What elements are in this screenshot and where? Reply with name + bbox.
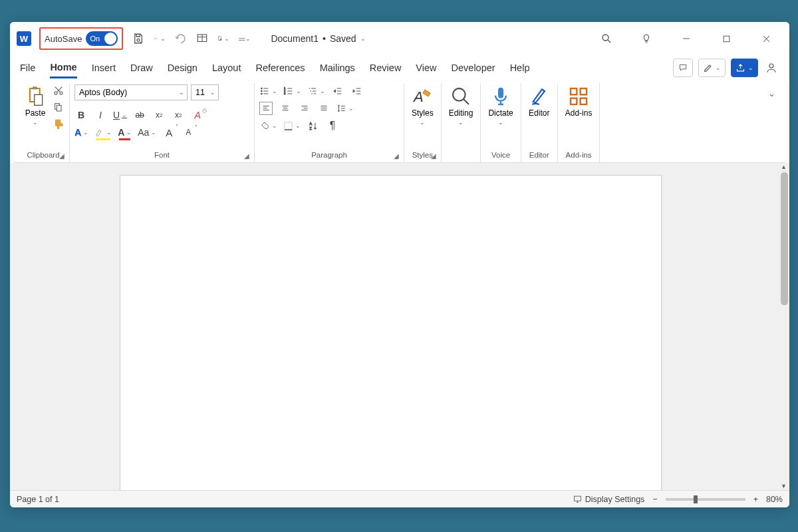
tab-insert[interactable]: Insert [92,59,116,77]
clipboard-dialog-launcher[interactable]: ◢ [59,152,65,160]
justify-button[interactable] [317,102,331,115]
format-painter-icon[interactable] [53,118,65,130]
scrollbar-thumb[interactable] [781,172,788,305]
qat-customize-icon[interactable]: ═⌄ [239,33,251,45]
shading-button[interactable]: ⌄ [259,119,277,132]
svg-rect-19 [285,122,292,129]
font-family-select[interactable]: Aptos (Body)⌄ [74,84,188,100]
page-count[interactable]: Page 1 of 1 [17,495,59,504]
show-marks-button[interactable]: ¶ [326,119,339,132]
tab-layout[interactable]: Layout [212,59,241,77]
underline-button[interactable]: U⌄ [113,108,127,122]
highlight-button[interactable]: ⌄ [94,126,112,139]
tab-developer[interactable]: Developer [452,59,495,77]
strikethrough-button[interactable]: ab [133,108,146,122]
editing-label: Editing [449,108,473,118]
align-right-button[interactable] [298,102,311,115]
shrink-font-button[interactable]: A˅ [182,126,195,139]
export-icon[interactable]: ⌄ [217,33,229,45]
grow-font-button[interactable]: A˄ [162,126,176,139]
zoom-out-button[interactable]: − [652,495,657,504]
align-left-button[interactable] [259,102,273,115]
addins-group-label: Add-ins [566,151,592,159]
italic-button[interactable]: I [94,108,107,122]
scroll-up-arrow[interactable]: ▲ [781,164,787,170]
superscript-button[interactable]: x2 [172,108,185,122]
font-size-select[interactable]: 11⌄ [191,84,219,100]
tab-draw[interactable]: Draw [130,59,153,77]
chevron-down-icon: ⌄ [360,35,366,42]
collapse-ribbon-button[interactable]: ⌄ [761,83,782,162]
font-dialog-launcher[interactable]: ◢ [244,152,249,160]
minimize-button[interactable] [676,29,696,49]
display-settings-button[interactable]: Display Settings [573,495,645,504]
tab-mailings[interactable]: Mailings [320,59,355,77]
voice-group-label: Voice [491,151,510,159]
styles-dialog-launcher[interactable]: ◢ [431,152,436,160]
zoom-slider[interactable] [666,498,745,501]
borders-button[interactable]: ⌄ [283,119,301,132]
ribbon-tabs: File Home Insert Draw Design Layout Refe… [10,55,789,80]
search-icon[interactable] [597,29,616,49]
redo-icon[interactable] [175,33,187,45]
decrease-indent-button[interactable] [331,84,344,98]
zoom-slider-thumb[interactable] [694,495,698,503]
lightbulb-icon[interactable] [636,29,656,49]
tab-view[interactable]: View [416,59,436,77]
sort-button[interactable]: AZ [307,119,320,132]
font-color-button[interactable]: A⌄ [118,126,132,139]
document-page[interactable] [120,175,662,490]
table-icon[interactable] [196,33,208,45]
autosave-toggle[interactable]: On [86,31,118,46]
bullets-button[interactable]: ⌄ [259,84,277,98]
font-family-value: Aptos (Body) [79,88,127,97]
dictate-button[interactable]: Dictate ⌄ [485,84,515,127]
undo-icon[interactable]: ⌄ [154,33,166,45]
scroll-down-arrow[interactable]: ▼ [781,483,787,489]
styles-button[interactable]: A Styles ⌄ [409,84,436,127]
tab-file[interactable]: File [20,59,35,77]
tab-review[interactable]: Review [370,59,402,77]
tab-home[interactable]: Home [50,58,76,78]
editor-button[interactable]: Editor [526,84,553,119]
svg-point-13 [261,88,262,89]
close-button[interactable] [756,29,776,49]
addins-button[interactable]: Add-ins [563,84,595,119]
group-paragraph: ⌄ 123⌄ ⌄ ⌄ ⌄ ⌄ AZ ¶ [255,83,404,162]
copy-icon[interactable] [53,101,65,113]
save-icon[interactable] [132,33,144,45]
tab-design[interactable]: Design [168,59,198,77]
zoom-in-button[interactable]: + [753,495,758,504]
toggle-knob [104,33,116,45]
increase-indent-button[interactable] [350,84,364,98]
multilevel-list-button[interactable]: ⌄ [307,84,325,98]
document-title[interactable]: Document1 • Saved ⌄ [271,33,365,44]
comments-button[interactable] [673,59,693,77]
bold-button[interactable]: B [74,108,88,122]
editing-mode-button[interactable]: ⌄ [698,59,726,77]
numbering-button[interactable]: 123⌄ [283,84,301,98]
align-center-button[interactable] [279,102,292,115]
maximize-button[interactable] [716,29,736,49]
zoom-level[interactable]: 80% [766,495,783,504]
share-button[interactable]: ⌄ [731,59,758,77]
save-status: Saved [330,33,356,44]
tab-references[interactable]: References [255,59,305,77]
svg-rect-24 [498,88,503,98]
svg-rect-12 [57,105,61,111]
change-case-button[interactable]: Aa⌄ [138,126,156,139]
font-size-value: 11 [196,88,205,97]
clear-formatting-icon[interactable]: A◇ [191,108,204,122]
group-voice: Dictate ⌄ Voice [481,83,521,162]
vertical-scrollbar[interactable]: ▲ ▼ [779,163,789,490]
svg-point-3 [602,35,608,41]
account-icon[interactable] [763,58,779,78]
line-spacing-button[interactable]: ⌄ [336,102,354,115]
subscript-button[interactable]: x2 [152,108,166,122]
paste-button[interactable]: Paste ⌄ [22,84,49,127]
editing-button[interactable]: Editing ⌄ [446,84,476,127]
paragraph-dialog-launcher[interactable]: ◢ [394,152,399,160]
text-effects-button[interactable]: A⌄ [74,126,88,139]
tab-help[interactable]: Help [510,59,530,77]
cut-icon[interactable] [53,84,65,96]
